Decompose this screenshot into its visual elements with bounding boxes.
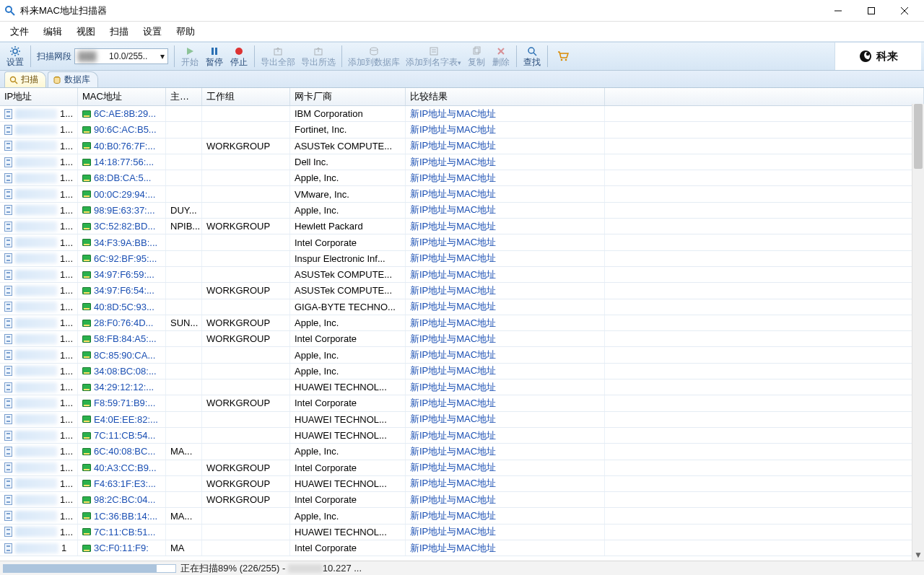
menu-help[interactable]: 帮助 (169, 22, 202, 41)
table-row[interactable]: 1...1C:36:BB:14:...MA...Apple, Inc.新IP地址… (0, 508, 924, 524)
scroll-thumb[interactable] (914, 104, 923, 169)
cell-spacer (605, 540, 924, 556)
toolbar-delete[interactable]: 删除 (489, 43, 513, 70)
cell-host (166, 299, 202, 315)
cell-spacer (605, 203, 924, 218)
toolbar-export-selected[interactable]: 导出所选 (298, 43, 339, 70)
toolbar-start[interactable]: 开始 (178, 43, 202, 70)
nic-icon (82, 464, 91, 471)
table-row[interactable]: 1...68:DB:CA:5...Apple, Inc.新IP地址与MAC地址 (0, 170, 924, 186)
table-row[interactable]: 1...00:0C:29:94:...VMware, Inc.新IP地址与MAC… (0, 186, 924, 202)
cell-workgroup: WORKGROUP (202, 460, 290, 475)
svg-point-29 (528, 48, 534, 53)
toolbar-export-all[interactable]: 导出全部 (258, 43, 298, 70)
cell-compare: 新IP地址与MAC地址 (406, 379, 605, 395)
table-row[interactable]: 1...7C:11:CB:51...HUAWEI TECHNOL...新IP地址… (0, 524, 924, 540)
menu-file[interactable]: 文件 (3, 22, 36, 41)
col-workgroup[interactable]: 工作组 (202, 88, 290, 105)
table-row[interactable]: 1...98:2C:BC:04...WORKGROUPIntel Corpora… (0, 492, 924, 508)
cell-workgroup (202, 170, 290, 185)
cell-spacer (605, 476, 924, 491)
scroll-down-icon[interactable]: ▼ (912, 548, 924, 561)
ip-icon (4, 302, 12, 312)
progress-bar (3, 564, 176, 573)
table-row[interactable]: 13C:F0:11:F9:MAIntel Corporate新IP地址与MAC地… (0, 540, 924, 556)
cell-compare: 新IP地址与MAC地址 (406, 251, 605, 266)
table-row[interactable]: 1...98:9E:63:37:...DUY...Apple, Inc.新IP地… (0, 203, 924, 219)
cell-ip: 1... (0, 219, 78, 234)
redacted-ip (15, 125, 57, 135)
col-ip[interactable]: IP地址 (0, 88, 78, 105)
close-button[interactable] (888, 0, 921, 22)
redacted-ip (288, 564, 323, 573)
toolbar-add-to-db[interactable]: 添加到数据库 (345, 43, 403, 70)
table-row[interactable]: 1...14:18:77:56:...Dell Inc.新IP地址与MAC地址 (0, 154, 924, 170)
cell-vendor: HUAWEI TECHNOL... (290, 524, 406, 540)
nic-icon (82, 400, 91, 407)
menu-settings[interactable]: 设置 (136, 22, 169, 41)
menu-scan[interactable]: 扫描 (103, 22, 136, 41)
table-row[interactable]: 1...28:F0:76:4D...SUN...WORKGROUPApple, … (0, 315, 924, 331)
toolbar-add-to-namelist[interactable]: 添加到名字表▾ (403, 43, 464, 70)
grid-body[interactable]: 1...6C:AE:8B:29...IBM Corporation新IP地址与M… (0, 106, 924, 561)
menu-view[interactable]: 视图 (69, 22, 103, 41)
toolbar-pause[interactable]: 暂停 (202, 43, 227, 70)
table-row[interactable]: 1...7C:11:CB:54...HUAWEI TECHNOL...新IP地址… (0, 428, 924, 444)
table-row[interactable]: 1...34:97:F6:54:...WORKGROUPASUSTek COMP… (0, 283, 924, 299)
table-row[interactable]: 1...34:97:F6:59:...ASUSTek COMPUTE...新IP… (0, 267, 924, 283)
table-row[interactable]: 1...F4:63:1F:E3:...WORKGROUPHUAWEI TECHN… (0, 476, 924, 492)
table-row[interactable]: 1...40:8D:5C:93...GIGA-BYTE TECHNO...新IP… (0, 299, 924, 315)
table-row[interactable]: 1...E4:0E:EE:82:...HUAWEI TECHNOL...新IP地… (0, 412, 924, 428)
redacted-ip (15, 253, 57, 263)
table-row[interactable]: 1...34:29:12:12:...HUAWEI TECHNOL...新IP地… (0, 379, 924, 395)
cell-vendor: Hewlett Packard (290, 219, 406, 234)
menu-edit[interactable]: 编辑 (36, 22, 69, 41)
col-compare[interactable]: 比较结果 (406, 88, 605, 105)
range-combobox[interactable]: ███ 10.0/255.. ▾ (74, 48, 168, 64)
cell-compare: 新IP地址与MAC地址 (406, 315, 605, 330)
cell-mac: 3C:52:82:BD... (78, 219, 166, 234)
col-host[interactable]: 主机名 (166, 88, 202, 105)
table-row[interactable]: 1...40:B0:76:7F:...WORKGROUPASUSTek COMP… (0, 139, 924, 154)
cell-mac: 28:F0:76:4D... (78, 315, 166, 330)
minimize-button[interactable] (821, 0, 855, 22)
ip-icon (4, 173, 12, 183)
toolbar-cart[interactable] (551, 43, 575, 70)
brand-icon (859, 50, 872, 63)
cell-host: MA... (166, 508, 202, 523)
toolbar-find[interactable]: 查找 (520, 43, 544, 70)
tab-database[interactable]: 数据库 (48, 71, 98, 87)
col-vendor[interactable]: 网卡厂商 (290, 88, 406, 105)
table-row[interactable]: 1...8C:85:90:CA...Apple, Inc.新IP地址与MAC地址 (0, 347, 924, 363)
nic-icon (82, 255, 91, 262)
redacted-ip (15, 173, 57, 183)
table-row[interactable]: 1...6C:AE:8B:29...IBM Corporation新IP地址与M… (0, 106, 924, 122)
menubar: 文件 编辑 视图 扫描 设置 帮助 (0, 22, 924, 42)
toolbar-stop[interactable]: 停止 (227, 43, 251, 70)
svg-line-35 (15, 82, 17, 84)
table-row[interactable]: 1...6C:40:08:BC...MA...Apple, Inc.新IP地址与… (0, 444, 924, 460)
col-mac[interactable]: MAC地址 (78, 88, 166, 105)
vertical-scrollbar[interactable]: ▼ (912, 104, 924, 561)
table-row[interactable]: 1...34:F3:9A:BB:...Intel Corporate新IP地址与… (0, 234, 924, 250)
tab-scan[interactable]: 扫描 (4, 71, 46, 87)
cell-spacer (605, 139, 924, 154)
ip-icon (4, 205, 12, 215)
cell-host: NPIB... (166, 219, 202, 234)
table-row[interactable]: 1...34:08:BC:08:...Apple, Inc.新IP地址与MAC地… (0, 364, 924, 379)
cell-mac: 34:97:F6:54:... (78, 283, 166, 298)
toolbar-copy[interactable]: 复制 (464, 43, 489, 70)
table-row[interactable]: 1...3C:52:82:BD...NPIB...WORKGROUPHewlet… (0, 219, 924, 234)
table-row[interactable]: 1...40:A3:CC:B9...WORKGROUPIntel Corpora… (0, 460, 924, 476)
maximize-button[interactable] (855, 0, 888, 22)
toolbar-separator (516, 45, 517, 67)
table-row[interactable]: 1...6C:92:BF:95:...Inspur Electronic Inf… (0, 251, 924, 267)
status-text: 正在扫描89% (226/255) - 10.227 ... (180, 562, 362, 575)
toolbar-settings[interactable]: 设置 (3, 43, 27, 70)
table-row[interactable]: 1...F8:59:71:B9:...WORKGROUPIntel Corpor… (0, 395, 924, 411)
cell-workgroup: WORKGROUP (202, 219, 290, 234)
cell-vendor: ASUSTek COMPUTE... (290, 139, 406, 154)
database-icon (53, 76, 61, 84)
table-row[interactable]: 1...90:6C:AC:B5...Fortinet, Inc.新IP地址与MA… (0, 122, 924, 138)
table-row[interactable]: 1...58:FB:84:A5:...WORKGROUPIntel Corpor… (0, 331, 924, 347)
